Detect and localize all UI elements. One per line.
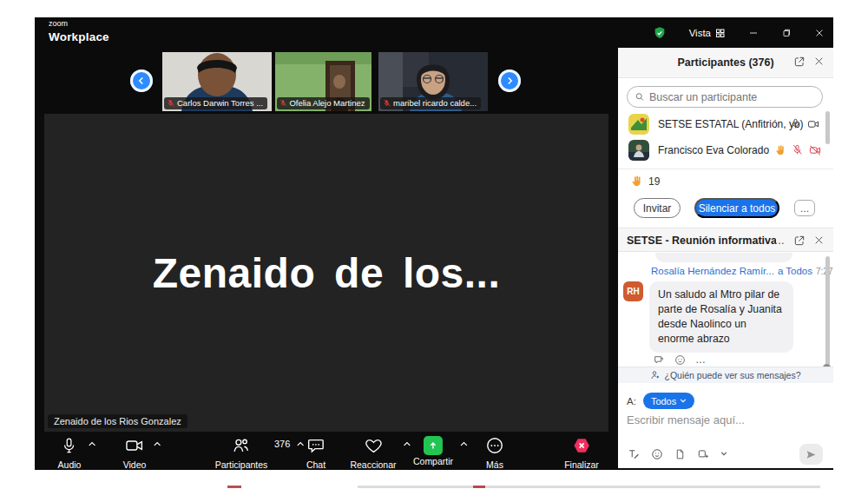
chat-header: SETSE - Reunión informativa Del... … <box>618 228 833 252</box>
chat-button[interactable]: Chat <box>306 436 326 470</box>
muted-mic-icon <box>383 99 391 107</box>
meeting-toolbar: Audio Video 376 Participantes <box>35 432 618 470</box>
emoji-icon[interactable] <box>651 448 663 460</box>
participant-row[interactable]: Francisco Eva Colorado <box>618 138 833 162</box>
participant-search[interactable] <box>627 86 823 108</box>
close-participants-icon[interactable] <box>813 56 825 67</box>
chat-label: Chat <box>306 459 326 470</box>
share-screen-icon <box>424 436 443 455</box>
more-icon <box>485 436 504 455</box>
search-icon <box>635 91 645 102</box>
more-button[interactable]: Más <box>485 436 504 470</box>
end-label: Finalizar <box>564 459 599 470</box>
popout-icon[interactable] <box>793 56 806 68</box>
video-tile[interactable]: maribel ricardo calde... <box>378 52 488 111</box>
zoom-workplace-logo: zoom Workplace <box>49 20 109 44</box>
participant-name: Ofelia Alejo Martinez <box>289 98 365 108</box>
video-tile[interactable]: Ofelia Alejo Martinez <box>275 52 372 111</box>
share-label: Compartir <box>413 456 453 466</box>
recipient-value: Todos <box>651 396 676 406</box>
reply-icon[interactable] <box>653 354 665 366</box>
maximize-button[interactable] <box>781 28 792 38</box>
audio-button[interactable]: Audio <box>58 436 82 470</box>
view-button[interactable]: Vista <box>689 28 726 38</box>
send-button[interactable] <box>799 444 823 465</box>
minimize-button[interactable] <box>748 28 759 38</box>
participant-row[interactable]: SETSE ESTATAL (Anfitrión, yo) <box>618 112 833 136</box>
muted-mic-icon <box>167 99 174 107</box>
message-recipient: a Todos <box>778 266 812 276</box>
close-window-button[interactable] <box>814 28 825 38</box>
next-videos-button[interactable] <box>498 69 521 92</box>
share-button[interactable]: Compartir <box>413 436 453 466</box>
participants-scrollbar[interactable] <box>825 111 830 144</box>
avatar <box>628 114 649 135</box>
react-button[interactable]: Reaccionar <box>350 436 396 470</box>
camera-icon[interactable] <box>806 118 820 130</box>
participants-button[interactable]: 376 Participantes <box>215 436 268 470</box>
to-label: A: <box>627 396 636 406</box>
grid-view-icon <box>715 28 726 38</box>
close-chat-icon[interactable] <box>813 235 825 246</box>
video-filmstrip: Carlos Darwin Torres ... Ofelia Alejo Ma… <box>35 48 618 117</box>
previous-videos-button[interactable] <box>130 69 153 92</box>
desktop: zoom Workplace Vista <box>0 0 868 489</box>
heart-icon <box>364 436 383 455</box>
participants-more-button[interactable]: … <box>794 200 815 216</box>
format-text-icon[interactable] <box>627 447 640 460</box>
message-more-icon[interactable]: … <box>695 354 706 366</box>
end-meeting-button[interactable]: Finalizar <box>564 436 599 470</box>
muted-mic-icon <box>279 99 286 107</box>
chat-scrollbar[interactable] <box>825 256 830 366</box>
divider <box>618 169 833 169</box>
background-fragment <box>473 486 485 488</box>
message-actions: … <box>653 354 706 366</box>
participants-options-chevron-icon[interactable] <box>296 441 304 446</box>
mic-icon[interactable] <box>790 117 801 130</box>
share-options-chevron-icon[interactable] <box>460 441 468 446</box>
compose-toolbar <box>627 447 727 460</box>
video-options-chevron-icon[interactable] <box>153 441 161 446</box>
background-fragment <box>227 486 241 488</box>
react-options-chevron-icon[interactable] <box>404 441 411 446</box>
chat-icon <box>306 436 326 455</box>
security-shield-icon[interactable] <box>653 26 667 40</box>
chat-more-icon[interactable]: … <box>774 235 785 247</box>
emoji-reaction-icon[interactable] <box>674 354 686 366</box>
video-button[interactable]: Video <box>123 436 147 470</box>
microphone-icon <box>61 436 78 455</box>
brand-workplace: Workplace <box>49 30 109 43</box>
recipient-dropdown[interactable]: Todos <box>643 393 694 409</box>
audio-label: Audio <box>58 459 82 470</box>
attach-file-icon[interactable] <box>674 448 686 460</box>
mute-all-button[interactable]: Silenciar a todos <box>694 198 779 218</box>
active-speaker-big-name: Zenaido de los... <box>153 249 501 297</box>
participant-row-name: Francisco Eva Colorado <box>658 144 769 156</box>
privacy-note[interactable]: ¿Quién puede ver sus mensajes? <box>618 367 833 383</box>
video-name-pill: maribel ricardo calde... <box>380 97 481 109</box>
person-privacy-icon <box>650 370 661 380</box>
active-speaker-name-tag: Zenaido de los Rios Gonzalez <box>48 414 187 428</box>
participant-search-input[interactable] <box>649 91 815 103</box>
message-sender[interactable]: Rosalía Hernández Ramír... <box>651 266 774 276</box>
message-bubble[interactable]: Un saludo al Mtro pilar de parte de Rosa… <box>649 281 793 353</box>
chat-title: SETSE - Reunión informativa Del... <box>627 235 776 247</box>
recipient-row: A: Todos <box>627 393 694 409</box>
muted-camera-icon[interactable] <box>808 144 822 156</box>
brand-zoom: zoom <box>49 20 109 29</box>
screenshot-icon[interactable] <box>697 448 709 460</box>
invite-button[interactable]: Invitar <box>634 198 681 218</box>
chevron-down-icon[interactable] <box>720 452 727 456</box>
avatar <box>628 140 649 161</box>
participants-icon <box>231 436 252 455</box>
muted-mic-icon[interactable] <box>792 143 803 156</box>
side-panel: Participantes (376) SETSE ESTATAL (Anfit… <box>618 48 833 468</box>
hand-count-value: 19 <box>648 175 660 188</box>
more-label: Más <box>485 459 504 470</box>
audio-options-chevron-icon[interactable] <box>88 441 95 446</box>
zoom-window: zoom Workplace Vista <box>35 17 833 470</box>
message-input[interactable]: Escribir mensaje aquí... <box>627 413 745 426</box>
message-meta: Rosalía Hernández Ramír... a Todos 7:27 … <box>651 266 833 276</box>
video-tile[interactable]: Carlos Darwin Torres ... <box>162 52 272 111</box>
chat-popout-icon[interactable] <box>793 235 806 247</box>
